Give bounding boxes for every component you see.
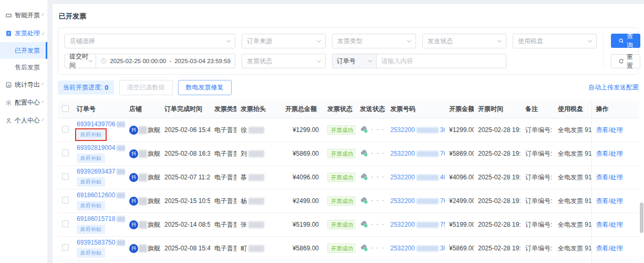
view-handle-link[interactable]: 查看/处理	[596, 221, 623, 228]
redacted-invoice-digits	[417, 175, 439, 180]
view-handle-link[interactable]: 查看/处理	[596, 150, 623, 157]
sidebar-item-invoice-processing[interactable]: 发票处理	[0, 24, 47, 42]
order-number-link[interactable]: 693926934377046	[77, 168, 125, 175]
invoice-number-link[interactable]: 25322007643	[390, 150, 445, 157]
tax-disk-cell: 全电发票 91320...	[554, 260, 591, 263]
redacted-buyer-name	[248, 245, 264, 252]
reset-button[interactable]: 重置	[611, 54, 640, 68]
invoice-type: 电子普票	[210, 166, 236, 189]
sidebar-item-personal-center[interactable]: 个人中心	[0, 112, 47, 129]
invoice-total-amount: ¥5199.00	[281, 213, 323, 237]
chevron-down-icon	[588, 38, 592, 42]
view-handle-link[interactable]: 查看/处理	[596, 245, 623, 252]
invoice-amount: ¥4399.00	[445, 260, 474, 263]
invoice-type: 电子普票	[210, 118, 236, 142]
invoice-time: 2025-02-28 19:24:41	[474, 189, 521, 213]
invoice-number-link[interactable]: 25322003012	[390, 245, 445, 252]
cloud-check-icon	[360, 196, 369, 205]
select-all-checkbox[interactable]	[62, 105, 69, 112]
sidebar-item-label: 统计导出	[15, 80, 40, 89]
chevron-down-icon	[497, 38, 502, 42]
search-button[interactable]: 查询	[611, 34, 640, 48]
row-checkbox[interactable]	[62, 173, 69, 180]
order-number-link[interactable]: 691860157180111	[77, 215, 125, 222]
date-start-value: 2025-02-25 00:00:00	[110, 58, 166, 64]
remark-cell: 订单编号: 6...	[521, 213, 554, 237]
chevron-down-icon	[41, 118, 44, 121]
view-handle-link[interactable]: 查看/处理	[596, 197, 623, 205]
row-checkbox[interactable]	[62, 244, 69, 251]
redacted-order-digits	[117, 122, 125, 127]
invoice-total-amount: ¥4096.00	[281, 166, 323, 189]
order-number-link[interactable]: 691860126009029	[77, 191, 125, 199]
invoice-number-link[interactable]: 25322007502	[390, 221, 445, 228]
view-handle-link[interactable]: 查看/处理	[596, 126, 623, 134]
col-invoice-status: 发票状态	[327, 105, 352, 113]
time-type-select[interactable]: 提交时间	[65, 54, 96, 68]
search-field-select[interactable]: 订单号	[333, 54, 377, 68]
vertical-scrollbar-thumb[interactable]	[640, 203, 643, 233]
invoice-type: 电子普票	[210, 189, 236, 213]
order-finish-time: 2025-02-14 08:55:37	[160, 213, 210, 237]
redacted-order-digits	[117, 169, 125, 175]
store-cell: 抖旗舰店	[129, 149, 160, 158]
send-status-select[interactable]: 发送状态	[422, 34, 506, 48]
remark-cell: 订单编号: 6...	[521, 118, 554, 142]
digital-invoice-repair-button[interactable]: 数电发票修复	[178, 80, 232, 95]
invoice-total-amount: ¥4399.00	[281, 260, 323, 263]
invoice-number-link[interactable]: 25322004080	[390, 174, 445, 181]
invoice-number-link[interactable]: 25322003018	[390, 126, 445, 134]
keyword-input[interactable]	[377, 54, 506, 68]
remark-cell: 订单编号: 6...	[521, 237, 554, 260]
view-handle-link[interactable]: 查看/处理	[596, 174, 623, 181]
col-invoice-title: 发票抬头	[241, 105, 266, 113]
order-no-search-group: 订单号	[332, 54, 506, 68]
sidebar: 智能开票 发票处理 已开发票 售后发票 统计导出 配置中心 个人中心	[0, 0, 47, 263]
table-toolbar: 当前开票进度: 0 清空已选数据 数电发票修复 自动上传发送配置	[58, 80, 639, 95]
store-cell: 抖旗舰店	[129, 220, 160, 229]
invoice-amount: ¥5199.00	[445, 213, 474, 237]
subsidy-tag-wrap: 政府补贴	[77, 177, 105, 187]
sidebar-subitem-label: 已开发票	[15, 46, 40, 55]
invoice-type-select[interactable]: 发票类型	[332, 34, 416, 48]
douyin-store-icon: 抖	[129, 197, 138, 206]
order-number-link[interactable]: 693928190046685	[77, 144, 125, 151]
sidebar-item-smart-invoicing[interactable]: 智能开票	[0, 6, 47, 24]
subsidy-tag: 政府补贴	[77, 177, 105, 187]
date-range-input[interactable]: 2025-02-25 00:00:00 - 2025-03-04 23:59:5…	[96, 57, 235, 65]
table-row: 691860157180111 政府补贴 抖旗舰店 2025-02-14 08:…	[58, 213, 639, 237]
invoice-type: 电子普票	[210, 213, 236, 237]
auto-upload-config-link[interactable]: 自动上传发送配置	[588, 83, 639, 92]
subsidy-tag-wrap: 政府补贴	[77, 248, 105, 258]
order-source-select[interactable]: 订单来源	[242, 34, 326, 48]
sidebar-item-config-center[interactable]: 配置中心	[0, 94, 47, 112]
invoice-number-link[interactable]: 25322007602	[390, 197, 445, 205]
tax-disk-cell: 全电发票 91320...	[554, 213, 591, 237]
order-number-link[interactable]: 693915837507045	[77, 239, 125, 246]
sidebar-subitem-label: 售后发票	[15, 63, 40, 72]
order-number-link[interactable]: 693914397064320	[77, 120, 125, 128]
redacted-store-name	[139, 245, 147, 252]
invoice-amount: ¥4096.00	[445, 166, 474, 189]
remark-cell: 订单编号: 6...	[521, 189, 554, 213]
sidebar-subitem-issued-invoices[interactable]: 已开发票	[0, 42, 47, 59]
invoice-status-select[interactable]: 发票状态	[242, 54, 326, 68]
clear-selected-button[interactable]: 清空已选数据	[119, 80, 173, 95]
tax-disk-select[interactable]: 使用税盘	[513, 34, 597, 48]
shop-select[interactable]: 店铺选择	[65, 34, 235, 48]
sidebar-item-stats-export[interactable]: 统计导出	[0, 76, 47, 94]
row-checkbox[interactable]	[62, 220, 69, 227]
invoice-type: 电子普票	[210, 237, 236, 260]
row-checkbox[interactable]	[62, 197, 69, 204]
table-header-row: 订单号 店铺 订单完成时间 发票类型 发票抬头 开票总金额 发票状态 发送状态?…	[58, 100, 639, 118]
filter-panel: 店铺选择 订单来源 发票类型 发送状态 使用税盘	[58, 27, 639, 75]
invoice-total-amount: ¥2499.00	[281, 189, 323, 213]
row-checkbox[interactable]	[62, 126, 69, 133]
sidebar-subitem-aftersale-invoices[interactable]: 售后发票	[0, 59, 47, 76]
redacted-order-digits	[117, 216, 125, 222]
invoice-amount: ¥5869.00	[445, 237, 474, 260]
subsidy-tag: 政府补贴	[77, 130, 105, 139]
row-checkbox[interactable]	[62, 149, 69, 156]
cloud-check-icon	[360, 148, 369, 157]
redacted-invoice-digits	[417, 222, 439, 228]
